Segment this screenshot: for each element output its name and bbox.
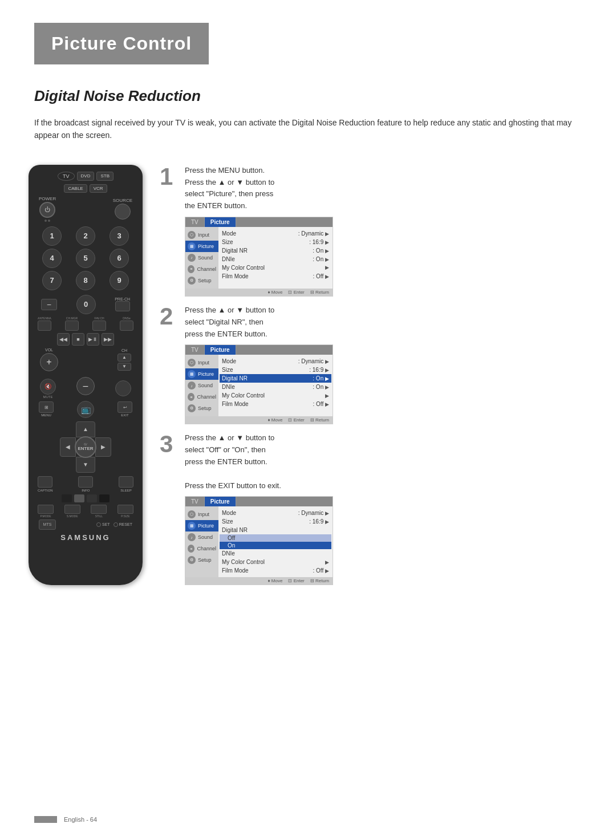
favch-button[interactable] xyxy=(92,320,106,331)
dpad-up-button[interactable]: ▲ xyxy=(76,421,95,437)
tv-tab-1: TV xyxy=(185,217,205,227)
tv-menu-2-footer: ♦ Move ⊡ Enter ⊟ Return xyxy=(185,416,333,424)
dpad-right-button[interactable]: ▶ xyxy=(95,437,111,457)
step-2-block: 2 Press the ▲ or ▼ button to select "Dig… xyxy=(160,305,593,424)
device-row: TV DVD STB xyxy=(37,172,135,181)
exit-button[interactable]: ↩ xyxy=(117,401,132,413)
remote-wrapper: TV DVD STB CABLE VCR POWER ⏻ xyxy=(23,165,148,586)
color-btn-dark[interactable] xyxy=(87,494,97,502)
info-button[interactable] xyxy=(78,476,93,488)
caption-label: CAPTION xyxy=(38,489,53,492)
exit-label: EXIT xyxy=(121,413,128,417)
menu-button[interactable]: ⊞ xyxy=(39,401,54,413)
sidebar-setup-3: ⚙ Setup xyxy=(185,554,218,566)
pmode-button[interactable] xyxy=(38,505,54,514)
reset-radio[interactable] xyxy=(114,522,118,527)
tv-menu-2: TV Picture ⬡ Input ▦ Picture xyxy=(185,344,333,424)
tv-menu-3-sidebar: ⬡ Input ▦ Picture ♪ Sound xyxy=(185,506,218,577)
dvd-button[interactable]: DVD xyxy=(77,172,95,181)
rew-button[interactable]: ◀◀ xyxy=(57,333,70,346)
mycolor-row-2: My Color Control ▶ xyxy=(222,391,329,400)
num-0-button[interactable]: 0 xyxy=(76,295,96,314)
sidebar-sound-2: ♪ Sound xyxy=(185,380,218,391)
num-7-button[interactable]: 7 xyxy=(42,271,62,290)
sidebar-input-2: ⬡ Input xyxy=(185,357,218,368)
info-label: INFO xyxy=(82,489,90,492)
remote-control: TV DVD STB CABLE VCR POWER ⏻ xyxy=(29,165,143,586)
ff-button[interactable]: ▶▶ xyxy=(102,333,114,346)
set-item: SET xyxy=(96,522,110,527)
dash-button[interactable]: – xyxy=(41,299,57,310)
psize-label: P.SIZE xyxy=(121,514,129,518)
sidebar-setup-2: ⚙ Setup xyxy=(185,403,218,414)
color-btn-black[interactable] xyxy=(62,494,72,502)
section-title: Digital Noise Reduction xyxy=(34,87,582,105)
step-2-content: Press the ▲ or ▼ button to select "Digit… xyxy=(185,305,593,424)
sidebar-channel-1: ≡ Channel xyxy=(185,263,218,275)
cable-button[interactable]: CABLE xyxy=(64,184,87,193)
num-1-button[interactable]: 1 xyxy=(42,226,62,246)
num-9-button[interactable]: 9 xyxy=(110,271,129,290)
dnse-button[interactable] xyxy=(120,320,133,331)
sleep-button[interactable] xyxy=(119,476,133,488)
color-btn-gray[interactable] xyxy=(74,494,84,502)
stop-button[interactable]: ■ xyxy=(72,333,84,346)
psize-button[interactable] xyxy=(117,505,133,514)
page-footer: English - 64 xyxy=(34,816,582,823)
picture-icon-1: ▦ xyxy=(188,242,196,250)
tv-menu-2-header: TV Picture xyxy=(185,345,333,355)
num-4-button[interactable]: 4 xyxy=(42,249,62,268)
num-3-button[interactable]: 3 xyxy=(110,226,129,246)
dpad: ▲ ▼ ◀ ▶ G/ ENTER xyxy=(60,421,111,473)
transport-row: ◀◀ ■ ▶⏸ ▶▶ xyxy=(37,333,135,346)
digital-nr-row-3: Digital NR xyxy=(222,526,329,534)
filmmode-row-1: Film Mode : Off ▶ xyxy=(222,272,329,281)
step-1-number: 1 xyxy=(160,165,177,189)
mycolor-row-1: My Color Control ▶ xyxy=(222,263,329,272)
stb-button[interactable]: STB xyxy=(96,172,114,181)
mts-button[interactable]: MTS xyxy=(39,520,56,530)
sound-icon-1: ♪ xyxy=(188,254,196,262)
color-btn-darker[interactable] xyxy=(99,494,110,502)
num-8-button[interactable]: 8 xyxy=(76,271,95,290)
tv-menu-3-main: Mode : Dynamic ▶ Size : 16:9 ▶ Digital N… xyxy=(218,506,333,577)
dpad-left-button[interactable]: ◀ xyxy=(60,437,76,457)
reset-label: RESET xyxy=(119,522,132,526)
enter-button[interactable]: G/ ENTER xyxy=(75,436,96,458)
set-radio[interactable] xyxy=(96,522,101,527)
ch-up-button[interactable]: ▲ xyxy=(117,354,131,362)
dnie-row-2: DNIe : On ▶ xyxy=(222,383,329,391)
caption-button[interactable] xyxy=(38,476,52,488)
caption-row: CAPTION INFO SLEEP xyxy=(37,476,135,492)
tv-menu-1: TV Picture ⬡ Input ▦ Picture xyxy=(185,217,333,297)
vol-minus-button[interactable]: – xyxy=(76,377,95,395)
mute-button[interactable]: 🔇 xyxy=(40,379,56,395)
antenna-button[interactable] xyxy=(38,320,51,331)
color-buttons xyxy=(37,494,135,502)
chmgr-button[interactable] xyxy=(65,320,79,331)
num-2-button[interactable]: 2 xyxy=(76,226,95,246)
tv-button[interactable]: TV xyxy=(58,172,75,181)
tv-center-button[interactable]: 📺 xyxy=(77,401,94,418)
vol-plus-button[interactable]: + xyxy=(40,353,58,371)
num-5-button[interactable]: 5 xyxy=(76,249,95,268)
num-6-button[interactable]: 6 xyxy=(110,249,129,268)
mute-row: 🔇 MUTE – xyxy=(40,374,131,399)
sidebar-input-1: ⬡ Input xyxy=(185,229,218,241)
playpause-button[interactable]: ▶⏸ xyxy=(87,333,99,346)
power-button[interactable]: ⏻ xyxy=(39,202,55,218)
smode-button[interactable] xyxy=(64,505,80,514)
vol-label: VOL xyxy=(45,348,53,352)
sidebar-sound-3: ♪ Sound xyxy=(185,531,218,543)
ch-label: CH xyxy=(121,348,127,352)
page-title: Picture Control xyxy=(51,33,192,54)
step-1-content: Press the MENU button. Press the ▲ or ▼ … xyxy=(185,165,593,297)
still-button[interactable] xyxy=(91,505,107,514)
dpad-down-button[interactable]: ▼ xyxy=(76,457,95,473)
tv-menu-3-body: ⬡ Input ▦ Picture ♪ Sound xyxy=(185,506,333,577)
ch-down-button[interactable]: ▼ xyxy=(117,363,131,371)
step-3-number: 3 xyxy=(160,432,177,456)
digital-nr-row-1: Digital NR : On ▶ xyxy=(222,246,329,255)
vcr-button[interactable]: VCR xyxy=(90,184,107,193)
sidebar-picture-1: ▦ Picture xyxy=(185,241,218,252)
